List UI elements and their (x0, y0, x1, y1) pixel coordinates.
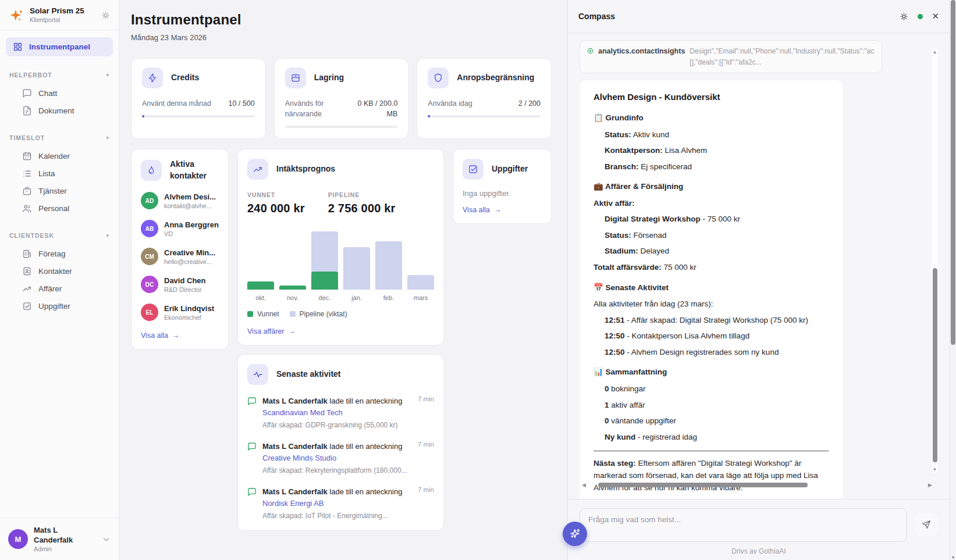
flame-icon (141, 160, 162, 181)
sidebar-item-label: Kontakter (38, 267, 72, 276)
building-icon (22, 249, 32, 259)
won-value: 240 000 kr (247, 202, 305, 215)
contact-row[interactable]: AD Alvhem Desi... kontakt@alvhe... (141, 192, 219, 209)
send-button[interactable] (915, 513, 938, 536)
sidebar-item-label: Affärer (38, 284, 62, 293)
contact-name: David Chen (164, 276, 206, 285)
avatar: EL (141, 304, 158, 321)
sidebar-item-dokument[interactable]: Dokument (0, 102, 119, 119)
contact-row[interactable]: AB Anna Berggren VD (141, 220, 219, 237)
activity-target-link[interactable]: Nordisk Energi AB (262, 499, 324, 508)
scroll-right-arrow[interactable]: ▶ (928, 482, 932, 488)
scrollbar-thumb[interactable] (951, 0, 955, 345)
sidebar-item-kontakter[interactable]: Kontakter (0, 262, 119, 280)
sidebar-settings-gear-icon[interactable] (101, 10, 111, 20)
activity-target-link[interactable]: Creative Minds Studio (262, 454, 336, 462)
app-logo-sparkle-icon (9, 8, 24, 23)
sidebar-item-tjanster[interactable]: Tjänster (0, 182, 119, 199)
message-section-grundinfo: 📋 Grundinfo (593, 112, 829, 124)
stat-value: 10 / 500 (228, 98, 254, 109)
page-date: Måndag 23 Mars 2026 (131, 33, 552, 42)
card-title: Anropsbegränsning (457, 72, 534, 84)
sidebar-item-instrumentpanel[interactable]: Instrumentpanel (6, 37, 113, 56)
tasks-empty-text: Inga uppgifter. (463, 189, 542, 198)
contacts-view-all-link[interactable]: Visa alla→ (141, 331, 180, 340)
chart-x-labels: okt.nov. dec.jan. feb.mars (247, 294, 434, 301)
contact-row[interactable]: CM Creative Min... hello@creative... (141, 248, 219, 265)
sidebar-item-label: Chatt (38, 89, 57, 98)
sidebar-item-lista[interactable]: Lista (0, 165, 119, 182)
sidebar-item-personal[interactable]: Personal (0, 199, 119, 217)
section-label: CLIENTDESK (9, 232, 54, 239)
sidebar-item-foretag[interactable]: Företag (0, 245, 119, 262)
message-line: Bransch: Ej specificerad (605, 161, 829, 173)
sidebar-item-chatt[interactable]: Chatt (0, 84, 119, 102)
message-line: Status: Försenad (605, 230, 829, 241)
bar-okt (247, 281, 274, 290)
scroll-left-arrow[interactable]: ◀ (582, 482, 586, 488)
avatar: M (8, 529, 28, 549)
sidebar-section-helperbot[interactable]: HELPERBOT ▾ (0, 72, 119, 79)
compass-settings-gear-icon[interactable] (899, 12, 909, 22)
scrollbar-thumb[interactable] (598, 483, 808, 487)
contact-sub: Ekonomichef (164, 314, 214, 321)
card-title: Lagring (314, 72, 344, 84)
compass-messages: analytics.contactInsights Design","Email… (568, 33, 950, 499)
stat-label: Använda idag (428, 98, 472, 109)
sidebar-item-affarer[interactable]: Affärer (0, 280, 119, 297)
tasks-view-all-link[interactable]: Visa alla→ (463, 206, 502, 214)
active-contacts-card: Aktiva kontakter AD Alvhem Desi... konta… (131, 149, 229, 349)
compass-horizontal-scrollbar[interactable]: ◀ ▶ (592, 481, 923, 488)
message-line: Totalt affärsvärde: 75 000 kr (593, 262, 829, 273)
close-icon[interactable]: ✕ (932, 11, 939, 22)
contact-row[interactable]: DC David Chen R&D Director (141, 276, 219, 293)
bar-jan (343, 247, 370, 290)
revenue-forecast-card: Intäktsprognos VUNNET 240 000 kr PIPELIN… (237, 149, 444, 345)
chat-input[interactable] (580, 508, 907, 542)
scrollbar-thumb[interactable] (933, 268, 937, 462)
tool-call-chip[interactable]: analytics.contactInsights Design","Email… (580, 40, 882, 73)
contact-row[interactable]: EL Erik Lindqvist Ekonomichef (141, 304, 219, 321)
activity-target-link[interactable]: Scandinavian Med Tech (262, 408, 343, 417)
activity-detail: Affär skapad: Rekryteringsplattform (180… (262, 465, 412, 476)
window-scrollbar[interactable]: ▼ (950, 0, 956, 560)
tool-status-icon (587, 48, 593, 54)
contact-card-icon (22, 266, 32, 276)
shield-icon (428, 67, 449, 88)
list-icon (22, 169, 32, 179)
compass-title: Compass (578, 12, 615, 21)
sidebar-section-timeslot[interactable]: TIMESLOT ▾ (0, 134, 119, 141)
sidebar-item-label: Instrumentpanel (29, 42, 90, 51)
tasks-card: Uppgifter Inga uppgifter. Visa alla→ (453, 149, 552, 224)
people-icon (22, 204, 32, 213)
activity-row: Mats L Canderfalk lade till en antecknin… (247, 441, 434, 476)
card-title: Uppgifter (492, 163, 528, 175)
app-subtitle: Klientportal (30, 16, 84, 24)
sidebar-item-uppgifter[interactable]: Uppgifter (0, 297, 119, 315)
chevron-down-icon: ▾ (106, 233, 109, 238)
user-menu[interactable]: M Mats L Canderfalk Admin (0, 518, 119, 560)
message-line: Ny kund - registrerad idag (605, 431, 829, 443)
bar-mars (407, 275, 434, 290)
contact-sub: VD (164, 230, 219, 237)
sidebar-item-label: Personal (38, 204, 69, 213)
arrow-right-icon: → (288, 327, 296, 336)
compass-vertical-scrollbar[interactable]: ▲ ▼ (932, 48, 938, 473)
sidebar: Solar Prism 25 Klientportal Instrumentpa… (0, 0, 119, 560)
recent-activity-card: Senaste aktivitet Mats L Canderfalk lade… (237, 354, 444, 531)
note-chat-icon (247, 397, 257, 406)
dashboard-main: Instrumentpanel Måndag 23 Mars 2026 Cred… (119, 0, 567, 560)
scroll-down-arrow[interactable]: ▼ (932, 467, 938, 472)
scroll-up-arrow[interactable]: ▲ (932, 49, 938, 55)
message-line: Status: Aktiv kund (605, 129, 829, 141)
task-check-icon (22, 301, 32, 311)
user-role: Admin (34, 545, 96, 552)
view-deals-link[interactable]: Visa affärer→ (247, 327, 296, 336)
pipeline-value: 2 756 000 kr (328, 202, 396, 215)
sidebar-item-kalender[interactable]: Kalender (0, 147, 119, 165)
sidebar-section-clientdesk[interactable]: CLIENTDESK ▾ (0, 232, 119, 239)
sidebar-item-label: Företag (38, 249, 66, 258)
ai-assistant-fab[interactable] (563, 522, 587, 546)
progress-bar (428, 115, 541, 117)
message-section-aktivitet: 📅 Senaste Aktivitet (593, 282, 829, 294)
